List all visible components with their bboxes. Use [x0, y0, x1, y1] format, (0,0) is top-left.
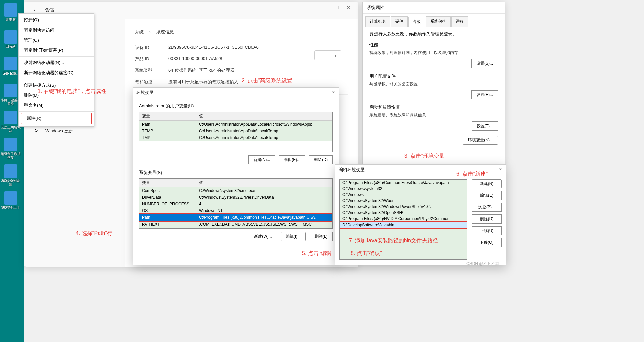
- sys-delete-button[interactable]: 删除(L): [309, 232, 333, 241]
- cm-pin-quick[interactable]: 固定到快速访问: [19, 25, 94, 35]
- desktop-icon-rabbit[interactable]: 超级兔子数据恢复: [0, 138, 21, 163]
- product-id-label: 产品 ID: [135, 56, 168, 62]
- startup-settings-button[interactable]: 设置(T)...: [472, 121, 498, 131]
- search-icon: ⌕: [335, 53, 338, 58]
- table-row[interactable]: TEMPC:\Users\Administrator\AppData\Local…: [139, 128, 332, 134]
- admin-note: 要进行大多数更改，你必须作为管理员登录。: [369, 31, 498, 37]
- perf-heading: 性能: [369, 42, 498, 48]
- maximize-icon[interactable]: ☐: [335, 5, 340, 10]
- label: 超级兔子数据恢复: [0, 152, 21, 159]
- table-row[interactable]: PathC:\Users\Administrator\AppData\Local…: [139, 121, 332, 128]
- cm-rename[interactable]: 重命名(M): [19, 100, 94, 110]
- close-icon[interactable]: ✕: [499, 167, 502, 173]
- table-row[interactable]: PathC:\Program Files (x86)\Common Files\…: [139, 214, 332, 221]
- list-item[interactable]: C:\Windows\System32\WindowsPowerShell\v1…: [340, 204, 467, 210]
- table-row[interactable]: TMPC:\Users\Administrator\AppData\Local\…: [139, 134, 332, 141]
- path-new-button[interactable]: 新建(N): [472, 179, 502, 188]
- search-input[interactable]: ⌕: [314, 50, 341, 60]
- envvar-title: 环境变量: [136, 90, 154, 96]
- table-row[interactable]: DriverDataC:\Windows\System32\Drivers\Dr…: [139, 194, 332, 201]
- sys-vars-table[interactable]: 变量值 ComSpecC:\Windows\system32\cmd.exeDr…: [139, 178, 333, 229]
- label: Windows 更新: [45, 128, 73, 134]
- path-browse-button[interactable]: 浏览(B)...: [472, 203, 502, 212]
- folder-icon: [4, 111, 17, 124]
- cm-manage[interactable]: 管理(G): [19, 35, 94, 45]
- perf-settings-button[interactable]: 设置(S)...: [471, 59, 498, 68]
- path-delete-button[interactable]: 删除(D): [472, 214, 502, 224]
- label: 360安全浏览器: [0, 179, 21, 186]
- user-edit-button[interactable]: 编辑(E)...: [279, 155, 305, 164]
- product-id-value: 00331-10000-00001-AA528: [168, 56, 222, 62]
- device-id-label: 设备 ID: [135, 45, 168, 51]
- cm-open[interactable]: 打开(O): [19, 15, 94, 25]
- pen-value: 没有可用于此显示器的笔或触控输入: [168, 79, 238, 85]
- annotation-4: 4. 选择"Path"行: [76, 230, 112, 237]
- minimize-icon[interactable]: —: [324, 5, 329, 10]
- tab-hardware[interactable]: 硬件: [391, 16, 408, 27]
- breadcrumb-system[interactable]: 系统: [135, 29, 144, 34]
- label: 360安全卫士: [0, 206, 21, 209]
- sysprops-title: 系统属性: [363, 2, 505, 14]
- list-item[interactable]: C:\Windows\System32\OpenSSH\: [340, 210, 467, 216]
- table-row[interactable]: OSWindows_NT: [139, 207, 332, 214]
- path-edit-button[interactable]: 编辑(E): [472, 191, 502, 200]
- userprofile-settings-button[interactable]: 设置(E)...: [471, 90, 498, 99]
- annotation-1: 1. 右键"我的电脑"，点击属性: [38, 88, 106, 95]
- path-list[interactable]: C:\Program Files (x86)\Common Files\Orac…: [339, 179, 467, 260]
- tab-advanced[interactable]: 高级: [408, 17, 425, 27]
- sys-edit-button[interactable]: 编辑(I)...: [281, 232, 306, 241]
- col-variable: 变量: [139, 112, 196, 120]
- user-vars-table[interactable]: 变量值 PathC:\Users\Administrator\AppData\L…: [139, 112, 333, 152]
- list-item[interactable]: C:\Windows\System32\Wbem: [340, 198, 467, 204]
- sys-new-button[interactable]: 新建(W)...: [249, 232, 277, 241]
- col-value: 值: [196, 112, 332, 120]
- list-item[interactable]: D:\DevelopSoftware\Java\bin: [340, 222, 467, 228]
- table-row[interactable]: PROCESSOR_ARCHITECTUREAMD64: [139, 228, 332, 229]
- user-delete-button[interactable]: 删除(D): [309, 155, 333, 164]
- environment-variables-button[interactable]: 环境变量(N)...: [463, 136, 498, 145]
- user-new-button[interactable]: 新建(N)...: [248, 155, 276, 164]
- tab-protect[interactable]: 系统保护: [426, 16, 451, 27]
- context-menu: 打开(O) 固定到快速访问 管理(G) 固定到"开始"屏幕(P) 映射网络驱动器…: [18, 13, 94, 127]
- desktop-icon-360safe[interactable]: 360安全卫士: [0, 191, 21, 216]
- path-moveup-button[interactable]: 上移(U): [472, 226, 502, 235]
- path-movedown-button[interactable]: 下移(O): [472, 238, 502, 247]
- list-item[interactable]: C:\Windows\system32: [340, 186, 467, 192]
- geforce-icon: [4, 57, 17, 70]
- table-row[interactable]: ComSpecC:\Windows\system32\cmd.exe: [139, 187, 332, 194]
- list-item[interactable]: C:\Program Files (x86)\NVIDIA Corporatio…: [340, 216, 467, 222]
- recycle-icon: [4, 30, 17, 44]
- cm-properties[interactable]: 属性(R): [21, 113, 92, 124]
- annotation-3: 3. 点击"环境变量": [404, 153, 446, 160]
- table-row[interactable]: NUMBER_OF_PROCESSORS4: [139, 201, 332, 207]
- sysprops-tabs: 计算机名 硬件 高级 系统保护 远程: [363, 14, 505, 27]
- list-item[interactable]: C:\Program Files (x86)\Common Files\Orac…: [340, 180, 467, 186]
- annotation-8: 8. 点击"确认": [351, 250, 382, 257]
- sys-type-value: 64 位操作系统, 基于 x64 的处理器: [168, 67, 234, 74]
- pen-label: 笔和触控: [135, 79, 168, 85]
- annotation-7: 7. 添加Java安装路径的bin文件夹路径: [349, 237, 438, 244]
- separator: ›: [149, 29, 151, 34]
- window-title: 设置: [45, 7, 55, 13]
- startup-heading: 启动和故障恢复: [369, 104, 498, 110]
- xiaobai-icon: [4, 84, 17, 97]
- cm-map-drive[interactable]: 映射网络驱动器(N)...: [19, 58, 94, 68]
- close-icon[interactable]: ✕: [332, 90, 335, 96]
- system-properties-dialog: 系统属性 计算机名 硬件 高级 系统保护 远程 要进行大多数更改，你必须作为管理…: [362, 2, 505, 164]
- computer-icon: [4, 3, 17, 17]
- tab-computer[interactable]: 计算机名: [365, 16, 390, 27]
- table-row[interactable]: PATHEXT.COM;.EXE;.BAT;.CMD;.VBS;.VBE;.JS…: [139, 221, 332, 228]
- browser-icon: [4, 164, 17, 178]
- rabbit-icon: [4, 138, 17, 151]
- col-variable: 变量: [139, 179, 196, 187]
- watermark: CSDN @不凡不弃: [466, 261, 499, 267]
- cm-disconnect[interactable]: 断开网络驱动器的连接(C)...: [19, 68, 94, 78]
- close-icon[interactable]: ✕: [347, 5, 351, 10]
- refresh-icon: ↻: [34, 128, 40, 134]
- tab-remote[interactable]: 远程: [451, 16, 468, 27]
- userprofile-heading: 用户配置文件: [369, 73, 498, 79]
- col-value: 值: [196, 179, 332, 187]
- desktop-icon-360browser[interactable]: 360安全浏览器: [0, 164, 21, 190]
- cm-pin-start[interactable]: 固定到"开始"屏幕(P): [19, 45, 94, 55]
- list-item[interactable]: C:\Windows: [340, 192, 467, 198]
